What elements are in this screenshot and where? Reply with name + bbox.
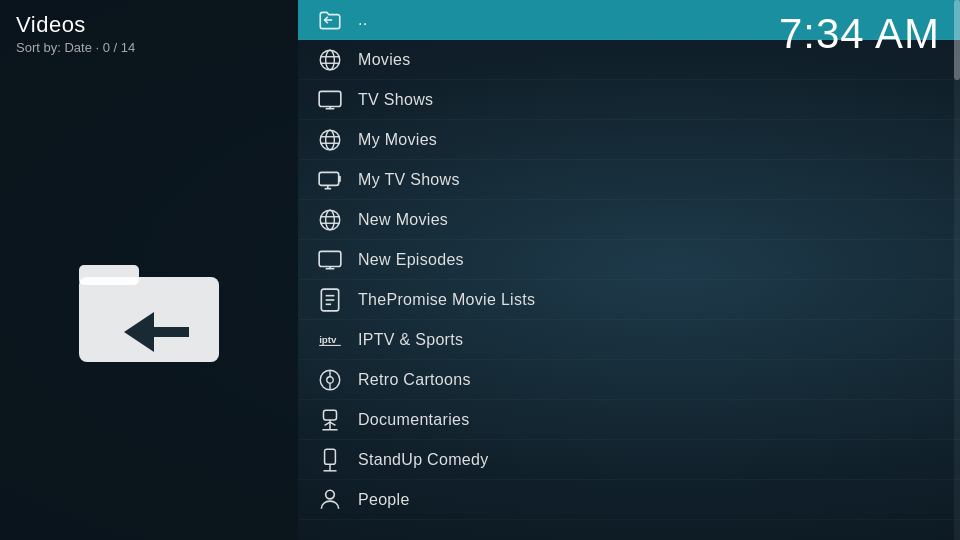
menu-list: .. Movies TV Shows My Movies My TV Shows… xyxy=(298,0,960,520)
list-item-iptv[interactable]: iptv IPTV & Sports xyxy=(298,320,960,360)
svg-point-13 xyxy=(326,130,335,150)
list-item-label-retro-cartoons: Retro Cartoons xyxy=(358,371,471,389)
globe-film-icon xyxy=(314,44,346,76)
svg-rect-19 xyxy=(339,175,341,182)
list-item-tv-shows[interactable]: TV Shows xyxy=(298,80,960,120)
list-item-documentaries[interactable]: Documentaries xyxy=(298,400,960,440)
svg-rect-24 xyxy=(319,251,341,266)
svg-rect-42 xyxy=(325,449,336,464)
list-item-thepromise[interactable]: ThePromise Movie Lists xyxy=(298,280,960,320)
iptv-icon: iptv xyxy=(314,324,346,356)
list-item-label-thepromise: ThePromise Movie Lists xyxy=(358,291,535,309)
svg-line-40 xyxy=(325,422,330,425)
svg-rect-16 xyxy=(319,172,339,185)
list-item-my-movies[interactable]: My Movies xyxy=(298,120,960,160)
standup-icon xyxy=(314,444,346,476)
document-icon xyxy=(314,284,346,316)
list-item-my-tv-shows[interactable]: My TV Shows xyxy=(298,160,960,200)
tv-screen-icon xyxy=(314,244,346,276)
tv-screen-small-icon xyxy=(314,164,346,196)
svg-text:iptv: iptv xyxy=(319,334,337,345)
svg-point-21 xyxy=(326,210,335,230)
list-item-people[interactable]: People xyxy=(298,480,960,520)
sort-info: Sort by: Date · 0 / 14 xyxy=(16,40,282,55)
svg-point-5 xyxy=(320,50,340,70)
globe-film-icon xyxy=(314,124,346,156)
page-title: Videos xyxy=(16,12,282,38)
svg-point-45 xyxy=(326,490,335,499)
scrollbar-thumb[interactable] xyxy=(954,0,960,80)
list-item-new-movies[interactable]: New Movies xyxy=(298,200,960,240)
svg-rect-9 xyxy=(319,91,341,106)
left-panel: Videos Sort by: Date · 0 / 14 xyxy=(0,0,298,540)
svg-point-34 xyxy=(327,376,334,383)
scrollbar[interactable] xyxy=(954,0,960,540)
clock: 7:34 AM xyxy=(779,10,940,58)
list-item-label-people: People xyxy=(358,491,410,509)
retro-icon xyxy=(314,364,346,396)
folder-back-icon xyxy=(69,237,229,367)
list-item-label-new-episodes: New Episodes xyxy=(358,251,464,269)
list-item-label-new-movies: New Movies xyxy=(358,211,448,229)
svg-rect-1 xyxy=(79,265,139,285)
svg-point-6 xyxy=(326,50,335,70)
tv-screen-icon xyxy=(314,84,346,116)
list-item-label-movies: Movies xyxy=(358,51,410,69)
list-item-label-tv-shows: TV Shows xyxy=(358,91,433,109)
list-item-label-my-movies: My Movies xyxy=(358,131,437,149)
svg-point-20 xyxy=(320,210,340,230)
list-item-label-back: .. xyxy=(358,11,368,29)
list-item-label-documentaries: Documentaries xyxy=(358,411,470,429)
list-item-label-standup: StandUp Comedy xyxy=(358,451,489,469)
list-item-standup[interactable]: StandUp Comedy xyxy=(298,440,960,480)
list-item-retro-cartoons[interactable]: Retro Cartoons xyxy=(298,360,960,400)
folder-back-icon xyxy=(314,4,346,36)
list-item-new-episodes[interactable]: New Episodes xyxy=(298,240,960,280)
globe-new-icon xyxy=(314,204,346,236)
svg-point-12 xyxy=(320,130,340,150)
right-panel: .. Movies TV Shows My Movies My TV Shows… xyxy=(298,0,960,540)
list-item-label-my-tv-shows: My TV Shows xyxy=(358,171,460,189)
svg-line-41 xyxy=(330,422,335,425)
svg-rect-37 xyxy=(324,410,337,420)
camera-tripod-icon xyxy=(314,404,346,436)
svg-rect-3 xyxy=(154,327,189,337)
person-icon xyxy=(314,484,346,516)
header-area: Videos Sort by: Date · 0 / 14 xyxy=(0,0,298,63)
list-item-label-iptv: IPTV & Sports xyxy=(358,331,463,349)
folder-icon-area xyxy=(0,63,298,540)
